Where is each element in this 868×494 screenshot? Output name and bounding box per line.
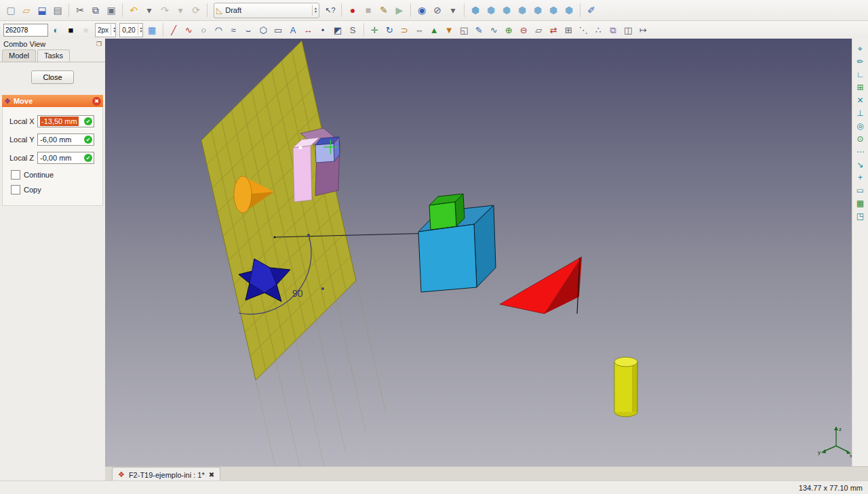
local-z-field[interactable]: -0,00 mm ✔	[37, 152, 94, 164]
3d-viewport[interactable]: 90	[105, 39, 852, 466]
line-color-swatch[interactable]: ■	[64, 23, 78, 37]
continue-checkbox[interactable]	[11, 170, 20, 180]
undo-menu-arrow[interactable]: ▾	[142, 3, 157, 18]
dock-float-icon[interactable]: ❐	[96, 41, 102, 47]
tab-tasks[interactable]: Tasks	[37, 49, 70, 62]
snap-center-toggle[interactable]: ◎	[854, 120, 867, 131]
construction-mode-toggle[interactable]: ◐	[49, 23, 63, 37]
refresh-button[interactable]: ⟳	[189, 3, 203, 18]
tab-model[interactable]: Model	[2, 49, 36, 62]
local-x-field[interactable]: -13,50 mm ✔	[37, 115, 94, 127]
cylinder-object[interactable]	[614, 357, 637, 417]
draft-bezier-tool[interactable]: ⌣	[241, 23, 256, 37]
draft-line-tool[interactable]: ╱	[167, 23, 181, 37]
move-task-close-icon[interactable]: ✖	[92, 97, 101, 106]
scale-spinner[interactable]: 0,20 ▴▾	[119, 23, 142, 37]
snap-ortho-toggle[interactable]: ⊙	[854, 133, 867, 144]
draft-mirror-tool[interactable]: ◫	[621, 23, 635, 37]
print-button[interactable]: ▤	[50, 3, 65, 18]
draft-move-tool[interactable]: ✛	[368, 23, 382, 37]
draft-rotate-tool[interactable]: ↻	[382, 23, 397, 37]
save-button[interactable]: ⬓	[35, 3, 50, 18]
draft-downgrade-tool[interactable]: ▼	[442, 23, 456, 37]
copy-button[interactable]: ⧉	[88, 3, 103, 18]
spinner-arrows-icon[interactable]: ▴▾	[111, 24, 115, 35]
angle-dimension-label: 90	[292, 288, 303, 299]
draft-offset-tool[interactable]: ⊃	[397, 23, 412, 37]
face-color-swatch[interactable]: ■	[79, 23, 93, 37]
workbench-selector[interactable]: ◺ Draft ▴▾	[214, 3, 319, 18]
macro-record-button[interactable]: ●	[345, 3, 360, 18]
view-isometric-button[interactable]: ⬢	[468, 3, 483, 18]
draft-array-tool[interactable]: ⊞	[561, 23, 576, 37]
draft-polygon-tool[interactable]: ⬡	[256, 23, 271, 37]
draft-upgrade-tool[interactable]: ▲	[427, 23, 441, 37]
draft-circle-tool[interactable]: ○	[197, 23, 211, 37]
draft-to-sketch-tool[interactable]: ⇄	[547, 23, 561, 37]
view-front-button[interactable]: ⬢	[484, 3, 498, 18]
local-y-field[interactable]: -6,00 mm ✔	[37, 133, 94, 146]
draft-point-array-tool[interactable]: ∴	[591, 23, 606, 37]
snap-near-toggle[interactable]: ↘	[854, 159, 867, 170]
draft-dimension-tool[interactable]: ↔	[301, 23, 315, 37]
open-file-button[interactable]: ▱	[19, 3, 34, 18]
draft-path-array-tool[interactable]: ⋱	[576, 23, 591, 37]
macro-stop-button[interactable]: ■	[361, 3, 376, 18]
line-width-spinner[interactable]: 2px ▴▾	[95, 23, 116, 37]
working-plane-button[interactable]: ◳	[854, 210, 867, 222]
snap-intersection-toggle[interactable]: ✕	[854, 94, 867, 106]
draw-style-button[interactable]: ⊘	[430, 3, 445, 18]
draft-arc-tool[interactable]: ◠	[212, 23, 226, 37]
snap-extension-toggle[interactable]: +	[854, 171, 867, 183]
redo-menu-arrow[interactable]: ▾	[173, 3, 188, 18]
paste-button[interactable]: ▣	[104, 3, 119, 18]
draft-wire-tool[interactable]: ∿	[182, 23, 196, 37]
view-right-button[interactable]: ⬢	[515, 3, 530, 18]
snap-master-toggle[interactable]: ⌖	[854, 43, 867, 54]
redo-button[interactable]: ↷	[157, 3, 172, 18]
toggle-grid-button[interactable]: ▦	[854, 197, 867, 209]
new-file-button[interactable]: ▢	[3, 3, 18, 18]
draft-edit-tool[interactable]: ✎	[472, 23, 486, 37]
snap-special-toggle[interactable]: ⋯	[854, 146, 867, 157]
snap-perpendicular-toggle[interactable]: ⊥	[854, 107, 867, 119]
copy-checkbox[interactable]	[11, 185, 20, 194]
spinner-arrows-icon[interactable]: ▴▾	[138, 24, 142, 35]
macro-edit-button[interactable]: ✎	[376, 3, 391, 18]
draft-facebinder-tool[interactable]: ◩	[331, 23, 345, 37]
draft-point-tool[interactable]: •	[316, 23, 330, 37]
draft-add-point-tool[interactable]: ⊕	[502, 23, 516, 37]
task-close-button[interactable]: Close	[31, 70, 73, 84]
draft-scale-tool[interactable]: ◱	[457, 23, 471, 37]
undo-button[interactable]: ↶	[126, 3, 141, 18]
fit-all-button[interactable]: ◉	[414, 3, 429, 18]
cut-button[interactable]: ✂	[73, 3, 87, 18]
macro-play-button[interactable]: ▶	[392, 3, 407, 18]
draft-text-tool[interactable]: A	[286, 23, 300, 37]
draft-clone-tool[interactable]: ⧉	[606, 23, 620, 37]
valid-check-icon: ✔	[84, 136, 92, 144]
draft-stretch-tool[interactable]: ↦	[636, 23, 650, 37]
draft-trimex-tool[interactable]: ⇔	[412, 23, 427, 37]
view-left-button[interactable]: ⬢	[561, 3, 576, 18]
draft-rectangle-tool[interactable]: ▭	[271, 23, 285, 37]
whats-this-button[interactable]: ↖?	[323, 3, 338, 18]
snap-grid-toggle[interactable]: ⊞	[854, 81, 867, 93]
draft-wire-to-bspline-tool[interactable]: ∿	[487, 23, 501, 37]
draft-shapestring-tool[interactable]: S	[346, 23, 360, 37]
coordinate-input[interactable]	[3, 24, 48, 37]
measure-distance-button[interactable]: ✐	[584, 3, 599, 18]
view-top-button[interactable]: ⬢	[499, 3, 514, 18]
document-tab[interactable]: ❖ F2-T19-ejemplo-ini : 1* ✖	[112, 467, 220, 482]
snap-angle-toggle[interactable]: ∟	[854, 68, 867, 80]
view-rear-button[interactable]: ⬢	[530, 3, 545, 18]
view-bottom-button[interactable]: ⬢	[546, 3, 561, 18]
snap-dimensions-toggle[interactable]: ▭	[854, 184, 867, 196]
document-tab-close-icon[interactable]: ✖	[209, 471, 214, 478]
draw-style-menu-arrow[interactable]: ▾	[446, 3, 460, 18]
snap-endpoint-toggle[interactable]: ✏	[854, 56, 867, 67]
draft-remove-point-tool[interactable]: ⊖	[517, 23, 531, 37]
autogroup-button[interactable]: ▦	[145, 23, 159, 37]
draft-shape-2d-view-tool[interactable]: ▱	[532, 23, 546, 37]
draft-bspline-tool[interactable]: ≈	[226, 23, 241, 37]
